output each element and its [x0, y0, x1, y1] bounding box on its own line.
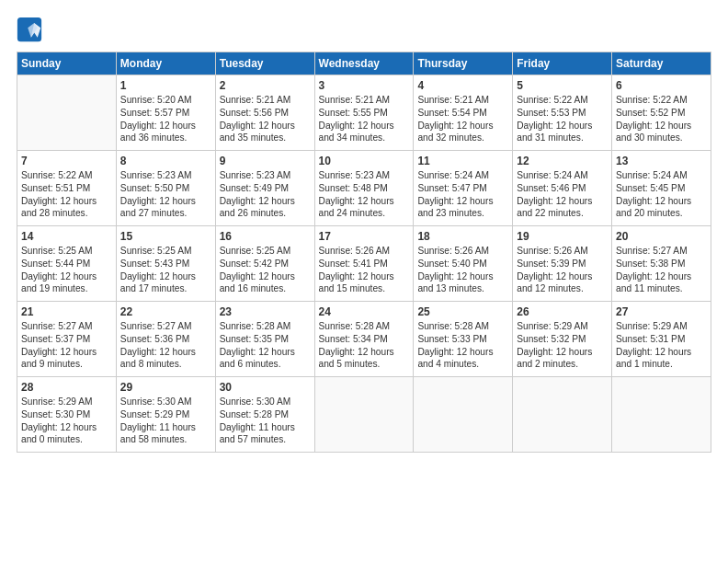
day-info-line: Sunrise: 5:21 AM — [220, 94, 311, 107]
day-info-line: and 36 minutes. — [120, 132, 211, 144]
day-info-line: Daylight: 12 hours — [616, 270, 707, 283]
table-row: 26Sunrise: 5:29 AMSunset: 5:32 PMDayligh… — [513, 302, 612, 377]
day-number: 20 — [616, 229, 707, 244]
table-row: 4Sunrise: 5:21 AMSunset: 5:54 PMDaylight… — [414, 75, 513, 151]
day-number: 25 — [417, 304, 508, 319]
day-number: 30 — [220, 380, 311, 395]
day-info-line: Sunset: 5:48 PM — [319, 182, 410, 195]
day-info-line: Daylight: 12 hours — [616, 120, 707, 132]
day-info-line: Sunrise: 5:25 AM — [220, 245, 311, 258]
day-info-line: Sunrise: 5:20 AM — [120, 94, 211, 107]
day-number: 23 — [220, 304, 311, 319]
day-info-line: Daylight: 11 hours — [120, 421, 211, 434]
table-row: 16Sunrise: 5:25 AMSunset: 5:42 PMDayligh… — [215, 226, 314, 302]
table-row: 7Sunrise: 5:22 AMSunset: 5:51 PMDaylight… — [17, 151, 117, 226]
day-number: 4 — [417, 78, 508, 93]
day-info-line: and 58 minutes. — [120, 433, 211, 446]
day-info-line: Sunset: 5:56 PM — [220, 107, 311, 120]
day-info-line: Sunset: 5:55 PM — [319, 107, 410, 120]
table-row — [314, 377, 414, 453]
day-info-line: Sunset: 5:37 PM — [21, 333, 112, 346]
day-info-line: and 11 minutes. — [616, 282, 707, 295]
day-info-line: Sunrise: 5:24 AM — [616, 169, 707, 182]
table-row: 8Sunrise: 5:23 AMSunset: 5:50 PMDaylight… — [116, 151, 215, 226]
day-info-line: and 28 minutes. — [21, 207, 112, 220]
day-number: 24 — [319, 304, 410, 319]
day-info-line: Sunset: 5:32 PM — [517, 333, 608, 346]
day-info-line: Daylight: 12 hours — [21, 195, 112, 208]
table-row: 18Sunrise: 5:26 AMSunset: 5:40 PMDayligh… — [414, 226, 513, 302]
day-info-line: Sunrise: 5:30 AM — [120, 396, 211, 408]
day-number: 14 — [21, 229, 112, 244]
day-info-line: Sunset: 5:39 PM — [517, 258, 608, 270]
day-number: 1 — [120, 78, 211, 93]
day-info-line: Sunrise: 5:28 AM — [319, 320, 410, 333]
day-info-line: Sunset: 5:40 PM — [417, 258, 508, 270]
day-info-line: Daylight: 12 hours — [21, 270, 112, 283]
day-number: 8 — [120, 154, 211, 168]
table-row: 20Sunrise: 5:27 AMSunset: 5:38 PMDayligh… — [612, 226, 711, 302]
day-info-line: Sunset: 5:42 PM — [220, 258, 311, 270]
day-info-line: and 19 minutes. — [21, 282, 112, 295]
col-friday: Friday — [513, 52, 612, 75]
table-row: 2Sunrise: 5:21 AMSunset: 5:56 PMDaylight… — [215, 75, 314, 151]
day-number: 7 — [21, 154, 112, 168]
day-info-line: and 26 minutes. — [220, 207, 311, 220]
day-info-line: Sunset: 5:28 PM — [220, 408, 311, 421]
day-number: 26 — [517, 304, 608, 319]
logo-icon — [17, 17, 42, 42]
day-info-line: Sunrise: 5:26 AM — [417, 245, 508, 258]
table-row: 30Sunrise: 5:30 AMSunset: 5:28 PMDayligh… — [215, 377, 314, 453]
day-info-line: Daylight: 12 hours — [616, 346, 707, 359]
day-info-line: Sunset: 5:47 PM — [417, 182, 508, 195]
day-info-line: Sunset: 5:51 PM — [21, 182, 112, 195]
day-info-line: Daylight: 12 hours — [120, 120, 211, 132]
table-row: 10Sunrise: 5:23 AMSunset: 5:48 PMDayligh… — [314, 151, 414, 226]
day-number: 19 — [517, 229, 608, 244]
day-info-line: Sunrise: 5:30 AM — [220, 396, 311, 408]
day-info-line: Sunrise: 5:26 AM — [319, 245, 410, 258]
day-info-line: Sunset: 5:36 PM — [120, 333, 211, 346]
day-info-line: Sunset: 5:33 PM — [417, 333, 508, 346]
day-info-line: Daylight: 12 hours — [120, 195, 211, 208]
day-number: 28 — [21, 380, 112, 395]
header — [17, 17, 711, 42]
day-info-line: Sunrise: 5:24 AM — [517, 169, 608, 182]
day-info-line: Daylight: 12 hours — [319, 195, 410, 208]
day-info-line: and 20 minutes. — [616, 207, 707, 220]
day-number: 29 — [120, 380, 211, 395]
day-number: 3 — [319, 78, 410, 93]
table-row: 13Sunrise: 5:24 AMSunset: 5:45 PMDayligh… — [612, 151, 711, 226]
day-info-line: Sunrise: 5:23 AM — [120, 169, 211, 182]
day-info-line: Sunrise: 5:27 AM — [120, 320, 211, 333]
day-info-line: Sunrise: 5:24 AM — [417, 169, 508, 182]
col-saturday: Saturday — [612, 52, 711, 75]
day-info-line: Daylight: 12 hours — [220, 195, 311, 208]
day-number: 16 — [220, 229, 311, 244]
calendar-week-row: 21Sunrise: 5:27 AMSunset: 5:37 PMDayligh… — [17, 302, 711, 377]
day-number: 11 — [417, 154, 508, 168]
day-info-line: Daylight: 12 hours — [220, 120, 311, 132]
day-info-line: Daylight: 12 hours — [417, 120, 508, 132]
day-info-line: Sunrise: 5:23 AM — [319, 169, 410, 182]
day-info-line: and 8 minutes. — [120, 358, 211, 371]
day-info-line: Daylight: 12 hours — [319, 346, 410, 359]
day-number: 9 — [220, 154, 311, 168]
day-info-line: and 12 minutes. — [517, 282, 608, 295]
table-row — [414, 377, 513, 453]
day-info-line: Sunrise: 5:29 AM — [517, 320, 608, 333]
day-info-line: and 23 minutes. — [417, 207, 508, 220]
day-info-line: Sunset: 5:30 PM — [21, 408, 112, 421]
day-number: 15 — [120, 229, 211, 244]
calendar-week-row: 14Sunrise: 5:25 AMSunset: 5:44 PMDayligh… — [17, 226, 711, 302]
day-info-line: Sunrise: 5:21 AM — [417, 94, 508, 107]
day-info-line: Daylight: 12 hours — [120, 270, 211, 283]
day-info-line: and 9 minutes. — [21, 358, 112, 371]
day-number: 27 — [616, 304, 707, 319]
day-info-line: Sunrise: 5:27 AM — [21, 320, 112, 333]
day-info-line: Sunrise: 5:23 AM — [220, 169, 311, 182]
table-row: 17Sunrise: 5:26 AMSunset: 5:41 PMDayligh… — [314, 226, 414, 302]
day-info-line: and 34 minutes. — [319, 132, 410, 144]
table-row: 27Sunrise: 5:29 AMSunset: 5:31 PMDayligh… — [612, 302, 711, 377]
day-info-line: Sunset: 5:50 PM — [120, 182, 211, 195]
